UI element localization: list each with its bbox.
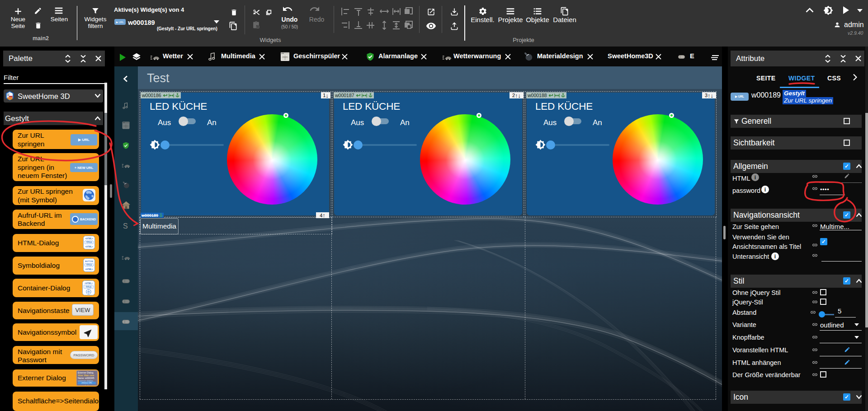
svg-text:<HTML>: <HTML> — [85, 268, 93, 271]
svg-text:<HTML>: <HTML> — [85, 238, 93, 240]
svg-text:TITLE: TITLE — [86, 286, 92, 288]
svg-text:<HTML>: <HTML> — [85, 246, 93, 248]
svg-text:<HTML>: <HTML> — [85, 282, 93, 285]
svg-text:TITLE: TITLE — [86, 241, 92, 243]
svg-text:TITLE: TITLE — [86, 264, 92, 266]
svg-text:BUTTON: BUTTON — [85, 260, 93, 262]
